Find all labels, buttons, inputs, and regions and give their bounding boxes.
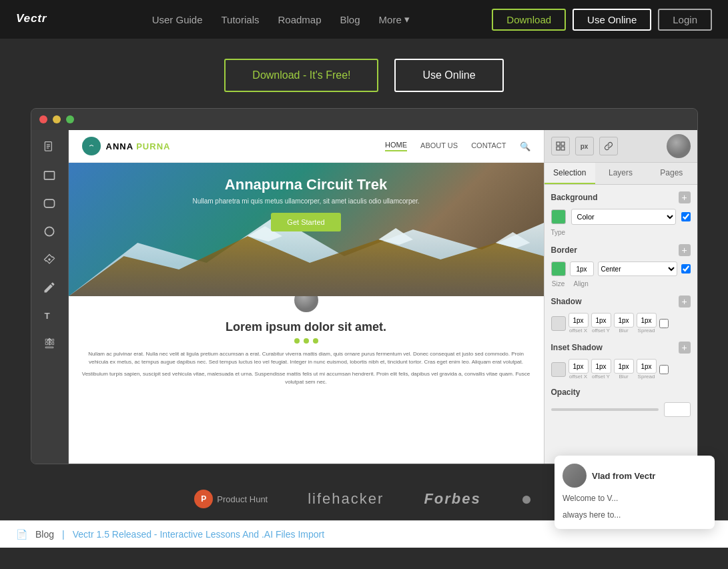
left-sidebar: T bbox=[31, 130, 69, 464]
navbar-logo: Vectr bbox=[16, 5, 69, 33]
mockup-logo-area: ANNA PURNA bbox=[82, 137, 171, 155]
nav-link-roadmap[interactable]: Roadmap bbox=[278, 14, 321, 25]
inset-offsety-input[interactable] bbox=[591, 359, 611, 374]
border-add-button[interactable]: + bbox=[679, 244, 691, 256]
border-row: Center bbox=[551, 261, 691, 276]
background-color-swatch[interactable] bbox=[551, 209, 566, 224]
hero-use-online-button[interactable]: Use Online bbox=[394, 59, 503, 92]
product-hunt-badge[interactable]: P Product Hunt bbox=[194, 490, 268, 508]
inset-shadow-add-button[interactable]: + bbox=[679, 342, 691, 354]
border-align-select[interactable]: Center bbox=[598, 261, 677, 276]
nav-link-blog[interactable]: Blog bbox=[340, 14, 360, 25]
footer-blog-link[interactable]: Blog bbox=[35, 529, 54, 540]
footer-separator: | bbox=[62, 529, 65, 540]
sidebar-image-icon[interactable] bbox=[37, 332, 61, 356]
nav-login-button[interactable]: Login bbox=[658, 9, 712, 31]
tab-pages[interactable]: Pages bbox=[646, 163, 697, 184]
opacity-slider[interactable] bbox=[551, 408, 659, 411]
chat-header: Vlad from Vectr bbox=[563, 464, 707, 488]
border-enabled-checkbox[interactable] bbox=[681, 264, 691, 273]
dot-logo: ● bbox=[521, 488, 534, 510]
hero-section: Download - It's Free! Use Online bbox=[0, 39, 728, 478]
svg-rect-19 bbox=[561, 147, 565, 150]
inset-shadow-enabled-checkbox[interactable] bbox=[659, 365, 669, 374]
background-type-select[interactable]: Color bbox=[571, 209, 676, 225]
panel-user-avatar bbox=[667, 134, 691, 158]
background-type-label: Type bbox=[551, 229, 691, 236]
nav-more-dropdown[interactable]: More ▾ bbox=[379, 13, 410, 25]
opacity-input[interactable]: opacity bbox=[664, 402, 691, 417]
border-size-input[interactable] bbox=[570, 261, 594, 276]
mockup-dot-3[interactable] bbox=[313, 338, 318, 344]
svg-rect-18 bbox=[557, 147, 560, 150]
mockup-dot-2[interactable] bbox=[304, 338, 309, 344]
sidebar-text-icon[interactable]: T bbox=[37, 304, 61, 328]
nav-link-tutorials[interactable]: Tutorials bbox=[222, 14, 260, 25]
opacity-row: opacity bbox=[551, 402, 691, 417]
inset-shadow-section: Inset Shadow + offset X offset Y bbox=[551, 342, 691, 380]
shadow-color-swatch[interactable] bbox=[551, 316, 566, 331]
sidebar-rounded-rect-icon[interactable] bbox=[37, 191, 61, 215]
border-title: Border bbox=[551, 245, 577, 255]
shadow-offsety-group: offset Y bbox=[591, 313, 611, 334]
mockup-nav-about[interactable]: ABOUT US bbox=[420, 141, 458, 151]
app-body: T ANNA bbox=[31, 130, 697, 464]
shadow-spread-label: Spread bbox=[638, 328, 655, 334]
panel-toolbar-icons: px bbox=[551, 137, 618, 155]
border-color-swatch[interactable] bbox=[551, 261, 566, 276]
sidebar-document-icon[interactable] bbox=[37, 135, 61, 159]
shadow-offsety-input[interactable] bbox=[591, 313, 611, 328]
footer-blog-icon: 📄 bbox=[16, 529, 27, 540]
tab-selection[interactable]: Selection bbox=[544, 163, 595, 184]
background-enabled-checkbox[interactable] bbox=[681, 212, 691, 221]
footer-article-link[interactable]: Vectr 1.5 Released - Interactive Lessons… bbox=[73, 529, 324, 540]
background-add-button[interactable]: + bbox=[679, 191, 691, 203]
svg-rect-5 bbox=[45, 171, 55, 179]
titlebar-minimize-dot[interactable] bbox=[53, 115, 61, 123]
nav-download-button[interactable]: Download bbox=[492, 9, 566, 31]
mockup-dot-1[interactable] bbox=[294, 338, 300, 344]
shadow-spread-input[interactable] bbox=[637, 313, 657, 328]
tab-layers[interactable]: Layers bbox=[595, 163, 646, 184]
mockup-hero-image: Annapurna Circuit Trek Nullam pharetra m… bbox=[69, 163, 544, 296]
border-align-label: Align bbox=[574, 280, 589, 288]
shadow-offsetx-group: offset X bbox=[569, 313, 589, 334]
inset-shadow-color-swatch[interactable] bbox=[551, 362, 566, 377]
chevron-down-icon: ▾ bbox=[404, 13, 410, 25]
grid-toolbar-icon[interactable] bbox=[551, 137, 570, 155]
titlebar-fullscreen-dot[interactable] bbox=[66, 115, 74, 123]
mockup-nav-contact[interactable]: CONTACT bbox=[471, 141, 506, 151]
shadow-offsetx-label: offset X bbox=[569, 328, 587, 334]
sidebar-rectangle-icon[interactable] bbox=[37, 163, 61, 187]
shadow-offsetx-input[interactable] bbox=[569, 313, 589, 328]
mockup-logo-icon bbox=[82, 137, 101, 155]
background-section-header: Background + bbox=[551, 191, 691, 203]
sidebar-pen-tool-icon[interactable] bbox=[37, 247, 61, 271]
mockup-hero-cta-button[interactable]: Get Started bbox=[271, 213, 340, 231]
mockup-search-icon[interactable]: 🔍 bbox=[520, 141, 530, 151]
inset-offsety-label: offset Y bbox=[592, 374, 610, 380]
inset-blur-label: Blur bbox=[619, 374, 628, 380]
shadow-enabled-checkbox[interactable] bbox=[659, 319, 669, 328]
px-toolbar-icon[interactable]: px bbox=[575, 137, 594, 155]
inset-offsetx-input[interactable] bbox=[569, 359, 589, 374]
link-toolbar-icon[interactable] bbox=[599, 137, 618, 155]
nav-link-userguide[interactable]: User Guide bbox=[152, 14, 203, 25]
mockup-body-text-1: Nullam ac pulvinar erat. Nulla nec velit… bbox=[82, 350, 530, 366]
mockup-nav-home[interactable]: HOME bbox=[385, 141, 407, 151]
sidebar-pencil-icon[interactable] bbox=[37, 275, 61, 300]
titlebar-close-dot[interactable] bbox=[39, 115, 47, 123]
main-canvas[interactable]: ANNA PURNA HOME ABOUT US CONTACT 🔍 bbox=[69, 130, 544, 464]
shadow-add-button[interactable]: + bbox=[679, 296, 691, 308]
sidebar-circle-icon[interactable] bbox=[37, 219, 61, 243]
hero-download-button[interactable]: Download - It's Free! bbox=[224, 59, 378, 92]
hero-buttons: Download - It's Free! Use Online bbox=[224, 59, 503, 92]
inset-spread-input[interactable] bbox=[637, 359, 657, 374]
nav-use-online-button[interactable]: Use Online bbox=[573, 9, 651, 31]
inset-blur-input[interactable] bbox=[614, 359, 634, 374]
shadow-blur-input[interactable] bbox=[614, 313, 634, 328]
chat-identity: Vlad from Vectr bbox=[592, 471, 655, 481]
shadow-row: offset X offset Y Blur bbox=[551, 313, 691, 334]
chat-message-line2: always here to... bbox=[563, 510, 707, 521]
background-section: Background + Color Type bbox=[551, 191, 691, 236]
